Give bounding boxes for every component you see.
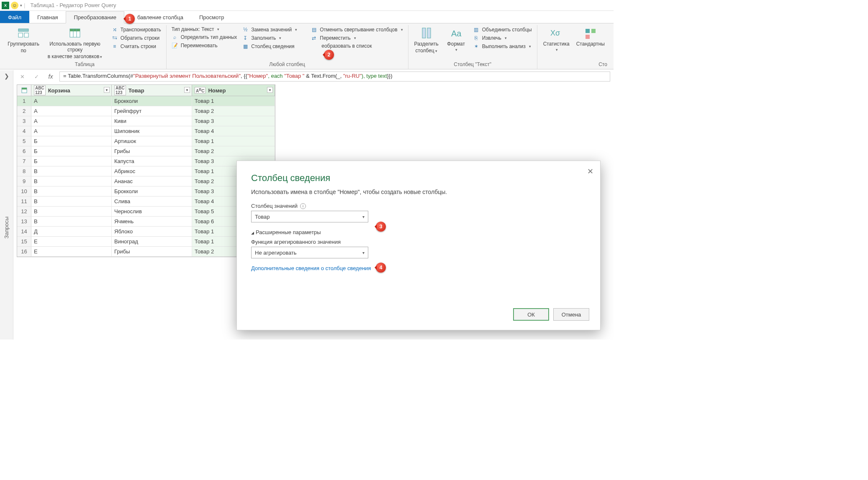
cell[interactable]: Шиповник (112, 126, 192, 136)
cell[interactable]: В (31, 207, 112, 216)
cell[interactable]: Капуста (112, 156, 192, 166)
filter-icon[interactable]: ▾ (104, 87, 110, 93)
row-number[interactable]: 11 (17, 197, 31, 206)
count-rows-button[interactable]: ≡Считать строки (110, 43, 163, 50)
cell[interactable]: В (31, 176, 112, 186)
cell[interactable]: Товар 3 (192, 116, 275, 126)
row-number[interactable]: 8 (17, 166, 31, 176)
cell[interactable]: Грибы (112, 247, 192, 256)
chevron-right-icon[interactable]: ❯ (4, 73, 9, 79)
filter-icon[interactable]: ▾ (267, 87, 273, 93)
tab-view[interactable]: Просмотр (191, 11, 232, 23)
reverse-rows-button[interactable]: ⮀Обратить строки (110, 34, 163, 42)
filter-icon[interactable]: ▾ (184, 87, 190, 93)
transpose-button[interactable]: ⤭Транспонировать (110, 26, 163, 33)
cell[interactable]: Б (31, 136, 112, 146)
cell[interactable]: Виноград (112, 237, 192, 246)
move-button[interactable]: ⇄Переместить▾ (309, 34, 404, 42)
row-number[interactable]: 5 (17, 136, 31, 146)
table-row[interactable]: 1АБрокколиТовар 1 (17, 96, 275, 106)
cell[interactable]: Чернослив (112, 207, 192, 216)
to-list-button[interactable]: еобразовать в список (309, 43, 404, 49)
commit-formula-icon[interactable]: ✓ (31, 71, 42, 82)
cell[interactable]: Яблоко (112, 227, 192, 236)
format-button[interactable]: Aa Формат ▾ (443, 25, 470, 61)
cell[interactable]: В (31, 166, 112, 176)
cell[interactable]: Брокколи (112, 96, 192, 106)
statistics-button[interactable]: Xσ Статистика ▾ (541, 25, 572, 61)
tab-home[interactable]: Главная (29, 11, 66, 23)
cell[interactable]: Ячмень (112, 217, 192, 226)
extract-button[interactable]: ⎘Извлечь▾ (471, 34, 534, 42)
cell[interactable]: А (31, 126, 112, 136)
close-icon[interactable]: ✕ (587, 167, 593, 176)
cell[interactable]: Товар 1 (192, 136, 275, 146)
row-number[interactable]: 15 (17, 237, 31, 246)
group-by-button[interactable]: Группировать по (7, 25, 40, 61)
row-number[interactable]: 12 (17, 207, 31, 216)
cancel-formula-icon[interactable]: ✕ (17, 71, 28, 82)
table-row[interactable]: 3АКивиТовар 3 (17, 116, 275, 126)
cell[interactable]: Е (31, 237, 112, 246)
row-number[interactable]: 13 (17, 217, 31, 226)
detect-type-button[interactable]: ⌕Определить тип данных (170, 33, 239, 41)
replace-values-button[interactable]: ½Замена значений▾ (240, 26, 299, 33)
cell[interactable]: Слива (112, 197, 192, 206)
advanced-options-toggle[interactable]: Расширенные параметры (251, 229, 586, 235)
row-number[interactable]: 9 (17, 176, 31, 186)
cell[interactable]: А (31, 106, 112, 116)
split-column-button[interactable]: Разделить столбец▾ (412, 25, 441, 61)
cell[interactable]: Б (31, 146, 112, 156)
cell[interactable]: А (31, 96, 112, 106)
grid-corner[interactable] (17, 85, 31, 96)
cancel-button[interactable]: Отмена (553, 308, 589, 321)
table-row[interactable]: 6БГрибыТовар 2 (17, 146, 275, 156)
column-header-nomer[interactable]: ABCНомер▾ (192, 85, 275, 96)
row-number[interactable]: 1 (17, 96, 31, 106)
formula-input[interactable]: = Table.TransformColumns(#"Развернутый э… (59, 71, 610, 82)
pivot-column-button[interactable]: ▦Столбец сведения (240, 43, 299, 50)
cell[interactable]: Товар 2 (192, 146, 275, 156)
table-row[interactable]: 5БАртишокТовар 1 (17, 136, 275, 146)
column-header-tovar[interactable]: ABC123Товар▾ (112, 85, 192, 96)
ok-button[interactable]: ОК (513, 308, 549, 321)
cell[interactable]: Артишок (112, 136, 192, 146)
cell[interactable]: Брокколи (112, 186, 192, 196)
row-number[interactable]: 6 (17, 146, 31, 156)
qat-dropdown-icon[interactable]: ▾ (20, 3, 22, 8)
cell[interactable]: Грибы (112, 146, 192, 156)
cell[interactable]: А (31, 116, 112, 126)
data-type-button[interactable]: Тип данных: Текст▾ (170, 26, 239, 33)
cell[interactable]: В (31, 217, 112, 226)
table-row[interactable]: 4АШиповникТовар 4 (17, 126, 275, 136)
use-headers-button[interactable]: Использовать первую строку в качестве за… (42, 25, 108, 61)
cell[interactable]: Ананас (112, 176, 192, 186)
cell[interactable]: Товар 2 (192, 106, 275, 116)
tab-file[interactable]: Файл (0, 11, 29, 23)
table-row[interactable]: 2АГрейпфрутТовар 2 (17, 106, 275, 116)
fx-icon[interactable]: fx (45, 71, 56, 82)
row-number[interactable]: 16 (17, 247, 31, 256)
row-number[interactable]: 7 (17, 156, 31, 166)
cell[interactable]: Е (31, 247, 112, 256)
cell[interactable]: Товар 4 (192, 126, 275, 136)
cell[interactable]: Д (31, 227, 112, 236)
row-number[interactable]: 3 (17, 116, 31, 126)
row-number[interactable]: 10 (17, 186, 31, 196)
cell[interactable]: В (31, 197, 112, 206)
standard-button[interactable]: Стандартны (574, 25, 607, 61)
rename-button[interactable]: 📝Переименовать (170, 42, 239, 49)
column-header-korzina[interactable]: ABC123Корзина▾ (31, 85, 112, 96)
cell[interactable]: Товар 1 (192, 96, 275, 106)
cell[interactable]: Абрикос (112, 166, 192, 176)
unpivot-button[interactable]: ▤Отменить свертывание столбцов▾ (309, 26, 404, 33)
cell[interactable]: Грейпфрут (112, 106, 192, 116)
values-column-select[interactable]: Товар▾ (251, 211, 368, 222)
cell[interactable]: Киви (112, 116, 192, 126)
analyze-button[interactable]: ✶Выполнить анализ▾ (471, 43, 534, 50)
cell[interactable]: В (31, 186, 112, 196)
learn-more-link[interactable]: Дополнительные сведения о столбце сведен… (251, 265, 586, 271)
row-number[interactable]: 14 (17, 227, 31, 236)
row-number[interactable]: 4 (17, 126, 31, 136)
fill-button[interactable]: ↧Заполнить▾ (240, 34, 299, 42)
